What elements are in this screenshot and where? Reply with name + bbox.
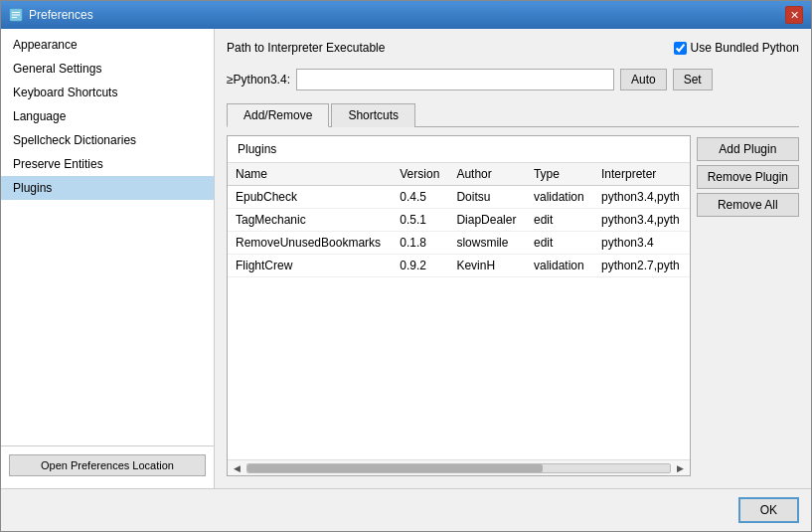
cell-type: edit [526,232,593,255]
col-author: Author [448,163,526,186]
plugin-table: Name Version Author Type Interpreter Epu… [228,163,690,277]
remove-all-button[interactable]: Remove All [697,193,799,217]
cell-version: 0.1.8 [392,232,448,255]
svg-rect-2 [12,15,20,16]
scrollbar-thumb [247,464,543,472]
interpreter-header-row: Path to Interpreter Executable Use Bundl… [227,41,799,55]
title-bar-left: Preferences [9,8,93,22]
cell-interpreter: python3.4,pyth [593,209,690,232]
python-version-label: ≥Python3.4: [227,73,290,87]
cell-type: edit [526,209,593,232]
col-interpreter: Interpreter [593,163,690,186]
cell-name: RemoveUnusedBookmarks [228,232,392,255]
auto-button[interactable]: Auto [620,69,667,90]
cell-interpreter: python3.4 [593,232,690,255]
plugin-action-buttons: Add Plugin Remove Plugin Remove All [697,135,799,476]
table-row[interactable]: EpubCheck0.4.5Doitsuvalidationpython3.4,… [228,186,690,209]
table-row[interactable]: TagMechanic0.5.1DiapDealereditpython3.4,… [228,209,690,232]
window-title: Preferences [29,8,93,22]
use-bundled-checkbox[interactable] [674,42,687,55]
plugin-content: Plugins Name Version Author Type Int [227,135,691,476]
cell-name: TagMechanic [228,209,392,232]
plugin-panel: Plugins Name Version Author Type Int [227,135,691,476]
cell-version: 0.5.1 [392,209,448,232]
svg-rect-3 [12,17,17,18]
sidebar-item-language[interactable]: Language [1,104,214,128]
window-icon [9,8,23,22]
col-version: Version [392,163,448,186]
title-bar: Preferences ✕ [1,1,811,29]
tab-shortcuts[interactable]: Shortcuts [331,103,415,127]
sidebar-item-plugins[interactable]: Plugins [1,176,214,200]
scroll-right-arrow[interactable]: ▶ [675,463,686,473]
sidebar-bottom: Open Preferences Location [1,445,214,484]
scroll-left-arrow[interactable]: ◀ [232,463,243,473]
horizontal-scrollbar[interactable]: ◀ ▶ [228,459,690,475]
table-header-row: Name Version Author Type Interpreter [228,163,690,186]
plugin-table-wrapper[interactable]: Name Version Author Type Interpreter Epu… [228,163,690,459]
svg-rect-1 [12,12,20,13]
close-button[interactable]: ✕ [785,6,803,24]
cell-author: slowsmile [448,232,526,255]
col-name: Name [228,163,392,186]
scrollbar-track[interactable] [246,463,671,473]
sidebar-item-appearance[interactable]: Appearance [1,33,214,57]
remove-plugin-button[interactable]: Remove Plugin [697,165,799,189]
cell-interpreter: python2.7,pyth [593,255,690,277]
cell-version: 0.9.2 [392,255,448,277]
preferences-window: Preferences ✕ Appearance General Setting… [0,0,812,532]
cell-author: DiapDealer [448,209,526,232]
ok-button[interactable]: OK [738,497,799,523]
tab-add-remove[interactable]: Add/Remove [227,103,329,127]
interpreter-path-input[interactable] [296,69,614,90]
cell-type: validation [526,255,593,277]
cell-interpreter: python3.4,pyth [593,186,690,209]
table-row[interactable]: FlightCrew0.9.2KevinHvalidationpython2.7… [228,255,690,277]
plugin-tabs: Add/Remove Shortcuts [227,102,799,127]
set-button[interactable]: Set [673,69,713,90]
sidebar-item-preserve-entities[interactable]: Preserve Entities [1,152,214,176]
open-preferences-location-button[interactable]: Open Preferences Location [9,454,206,476]
cell-name: EpubCheck [228,186,392,209]
cell-name: FlightCrew [228,255,392,277]
table-row[interactable]: RemoveUnusedBookmarks0.1.8slowsmileeditp… [228,232,690,255]
use-bundled-label: Use Bundled Python [691,41,799,55]
col-type: Type [526,163,593,186]
interpreter-label: Path to Interpreter Executable [227,41,385,55]
sidebar-item-keyboard-shortcuts[interactable]: Keyboard Shortcuts [1,81,214,104]
cell-version: 0.4.5 [392,186,448,209]
add-plugin-button[interactable]: Add Plugin [697,137,799,161]
plugins-title: Plugins [228,136,690,163]
bottom-bar: OK [1,488,811,531]
content-area: Appearance General Settings Keyboard Sho… [1,29,811,488]
cell-author: KevinH [448,255,526,277]
cell-type: validation [526,186,593,209]
python-version-row: ≥Python3.4: Auto Set [227,69,799,90]
main-panel: Path to Interpreter Executable Use Bundl… [215,29,811,488]
sidebar: Appearance General Settings Keyboard Sho… [1,29,215,488]
interpreter-section: Path to Interpreter Executable [227,41,385,55]
plugin-main-area: Plugins Name Version Author Type Int [227,135,799,476]
sidebar-item-general-settings[interactable]: General Settings [1,57,214,81]
cell-author: Doitsu [448,186,526,209]
sidebar-item-spellcheck-dictionaries[interactable]: Spellcheck Dictionaries [1,128,214,152]
use-bundled-section: Use Bundled Python [674,41,799,55]
